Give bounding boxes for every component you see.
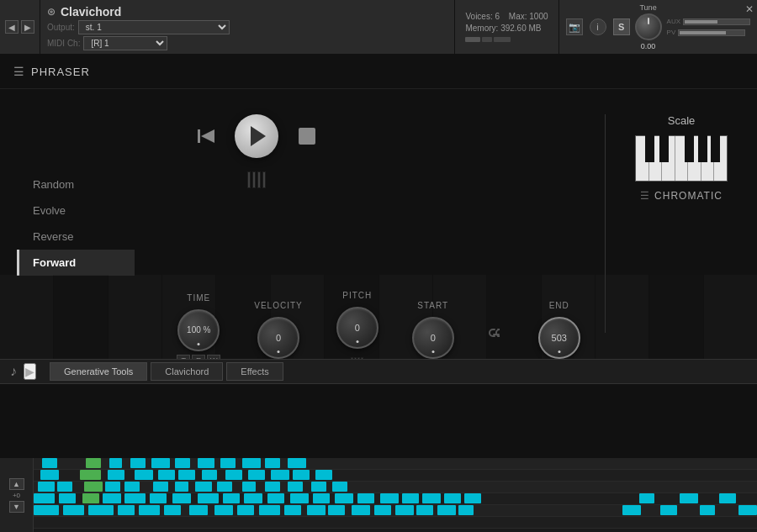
note-block: [202, 470, 217, 480]
octave-up-button[interactable]: ▲: [9, 478, 24, 490]
pv-slider[interactable]: [678, 29, 745, 36]
note-block: [660, 505, 677, 515]
instrument-section: ⊛ Clavichord Output: st. 1 MIDI Ch: [R] …: [40, 0, 454, 54]
note-block-green: [82, 493, 99, 503]
center-piano-icon: [247, 171, 266, 188]
note-block: [151, 458, 170, 468]
note-block: [109, 458, 122, 468]
tab-bar: Generative Tools Clavichord Effects: [50, 362, 283, 381]
note-block: [284, 505, 301, 515]
note-block: [380, 493, 399, 503]
note-block: [220, 458, 236, 468]
note-block: [395, 505, 414, 515]
note-block: [214, 505, 233, 515]
camera-button[interactable]: 📷: [566, 18, 583, 35]
mode-reverse[interactable]: Reverse: [17, 224, 135, 250]
start-value: 0: [431, 333, 436, 343]
tab-generative-tools[interactable]: Generative Tools: [50, 362, 147, 381]
note-block: [259, 505, 280, 515]
nav-prev-button[interactable]: ◀: [5, 20, 19, 34]
note-block: [195, 482, 212, 492]
scale-menu-icon[interactable]: ☰: [640, 190, 649, 202]
note-block: [374, 505, 391, 515]
link-icon[interactable]: [488, 326, 505, 346]
transport-controls: [191, 114, 322, 158]
play-button[interactable]: [235, 114, 278, 158]
note-block: [178, 470, 195, 480]
pitch-knob[interactable]: 0: [336, 307, 378, 349]
info-button[interactable]: i: [590, 18, 606, 35]
note-block: [271, 470, 289, 480]
play-small-button[interactable]: ▶: [24, 363, 36, 380]
note-block: [242, 458, 261, 468]
scale-keyboard[interactable]: [635, 135, 728, 182]
max-value: 1000: [529, 12, 548, 21]
svg-rect-0: [198, 129, 200, 143]
note-block: [288, 458, 306, 468]
note-block: [150, 493, 167, 503]
output-select[interactable]: st. 1: [78, 20, 230, 34]
note-block: [422, 493, 441, 503]
stop-button[interactable]: [292, 121, 322, 151]
note-block: [57, 482, 72, 492]
start-label: START: [417, 301, 448, 310]
mode-evolve[interactable]: Evolve: [17, 198, 135, 224]
end-knob[interactable]: 503: [538, 317, 580, 359]
octave-label: +0: [13, 492, 20, 499]
voices-memory-section: Voices: 6 Max: 1000 Memory: 392.60 MB: [454, 0, 558, 54]
note-block: [313, 493, 330, 503]
note-block: [700, 505, 715, 515]
note-block-green: [86, 458, 101, 468]
nav-next-button[interactable]: ▶: [21, 20, 34, 34]
tab-clavichord[interactable]: Clavichord: [151, 362, 223, 381]
octave-down-button[interactable]: ▼: [9, 501, 24, 513]
scale-name: CHROMATIC: [654, 190, 723, 202]
note-block: [352, 505, 370, 515]
output-label: Output:: [47, 23, 75, 32]
note-block: [175, 482, 188, 492]
tune-section: Tune 0.00: [635, 3, 662, 50]
midi-select[interactable]: [R] 1: [83, 36, 167, 50]
note-block: [307, 505, 326, 515]
bottom-toolbar: ♪ ▶ Generative Tools Clavichord Effects: [0, 359, 757, 384]
note-block: [332, 482, 347, 492]
mode-random[interactable]: Random: [17, 171, 135, 198]
note-block: [217, 482, 232, 492]
note-block: [315, 470, 332, 480]
note-block: [464, 493, 481, 503]
note-block: [189, 505, 208, 515]
note-block: [108, 470, 124, 480]
note-block: [248, 470, 265, 480]
note-block: [130, 458, 146, 468]
prev-button[interactable]: [191, 121, 221, 151]
tab-effects[interactable]: Effects: [226, 362, 283, 381]
start-knob[interactable]: 0: [412, 317, 454, 359]
note-block: [265, 458, 280, 468]
tune-value: 0.00: [641, 42, 656, 50]
note-block: [34, 505, 59, 515]
top-right-controls: 📷 i S Tune 0.00 AUX: [558, 0, 757, 54]
note-block: [328, 505, 345, 515]
note-block: [124, 482, 140, 492]
note-block: [153, 482, 168, 492]
velocity-knob[interactable]: 0: [257, 317, 299, 359]
note-block: [639, 493, 654, 503]
note-block: [719, 493, 736, 503]
pitch-label: PITCH: [342, 291, 372, 300]
note-block: [242, 482, 256, 492]
svg-marker-1: [201, 129, 214, 143]
note-block: [267, 493, 284, 503]
mode-forward[interactable]: Forward: [17, 250, 135, 276]
note-block: [42, 458, 57, 468]
aux-slider[interactable]: [683, 18, 750, 25]
instrument-name: Clavichord: [61, 5, 121, 18]
close-button[interactable]: ✕: [745, 3, 754, 15]
s-button[interactable]: S: [613, 18, 630, 35]
tune-knob[interactable]: [635, 13, 662, 40]
piano-roll-controls: ▲ +0 ▼: [0, 458, 34, 532]
note-block: [164, 505, 181, 515]
phraser-menu-icon[interactable]: ☰: [13, 65, 24, 78]
note-block: [34, 493, 55, 503]
note-block: [293, 470, 310, 480]
time-knob[interactable]: 100 %: [177, 309, 220, 351]
